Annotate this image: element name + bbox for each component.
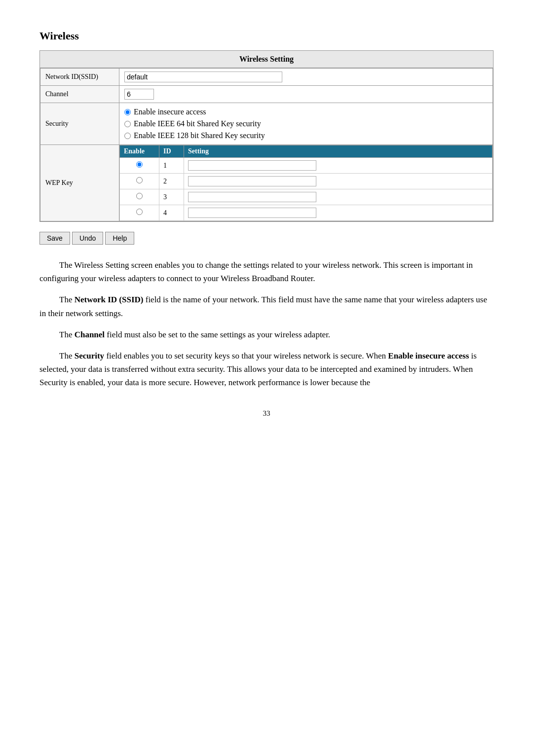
security-row: Security Enable insecure access Enable I… <box>40 103 493 145</box>
ssid-input[interactable] <box>124 72 282 82</box>
wep-id-3: 3 <box>159 189 184 205</box>
wep-setting-input-3[interactable] <box>188 192 316 202</box>
channel-value-cell <box>119 86 493 103</box>
channel-label: Channel <box>40 86 119 103</box>
wep-row: WEP Key Enable ID Setting <box>40 145 493 221</box>
wep-radio-1[interactable] <box>136 161 143 168</box>
wep-key-row-1: 1 <box>120 158 493 174</box>
wep-col-setting: Setting <box>184 145 493 158</box>
wep-radio-3[interactable] <box>136 193 143 199</box>
button-row: Save Undo Help <box>39 232 494 245</box>
wep-value-cell: Enable ID Setting 1 <box>119 145 493 221</box>
desc-p4-mid: field enables you to set security keys s… <box>104 351 388 360</box>
wep-key-row-4: 4 <box>120 205 493 221</box>
wep-setting-2 <box>184 174 493 189</box>
wep-label: WEP Key <box>40 145 119 221</box>
save-button[interactable]: Save <box>39 232 70 245</box>
security-option-2: Enable IEEE 64 bit Shared Key security <box>124 118 488 130</box>
ssid-value-cell <box>119 69 493 86</box>
wep-id-2: 2 <box>159 174 184 189</box>
wep-enable-3 <box>120 189 159 205</box>
wep-id-4: 4 <box>159 205 184 221</box>
security-option-3-label: Enable IEEE 128 bit Shared Key security <box>134 131 265 140</box>
security-radio-1[interactable] <box>124 109 131 115</box>
wep-header-row: Enable ID Setting <box>120 145 493 158</box>
desc-para-1: The Wireless Setting screen enables you … <box>39 258 494 285</box>
wep-enable-1 <box>120 158 159 174</box>
desc-para-4: The Security field enables you to set se… <box>39 349 494 390</box>
ssid-label: Network ID(SSID) <box>40 69 119 86</box>
security-radio-2[interactable] <box>124 121 131 127</box>
wep-setting-1 <box>184 158 493 174</box>
page-title: Wireless <box>39 30 494 42</box>
desc-p3-prefix: The <box>59 330 75 339</box>
security-label: Security <box>40 103 119 145</box>
wep-key-row-2: 2 <box>120 174 493 189</box>
desc-p2-bold: Network ID (SSID) <box>75 295 144 304</box>
wep-setting-4 <box>184 205 493 221</box>
security-options-cell: Enable insecure access Enable IEEE 64 bi… <box>119 103 493 145</box>
wep-enable-2 <box>120 174 159 189</box>
security-option-3: Enable IEEE 128 bit Shared Key security <box>124 130 488 142</box>
desc-p4-bold1: Security <box>75 351 104 360</box>
desc-para-2: The Network ID (SSID) field is the name … <box>39 293 494 320</box>
wep-id-1: 1 <box>159 158 184 174</box>
table-header: Wireless Setting <box>40 51 493 68</box>
security-option-1-label: Enable insecure access <box>134 108 206 116</box>
desc-p2-prefix: The <box>59 295 75 304</box>
wep-radio-4[interactable] <box>136 209 143 215</box>
description-block: The Wireless Setting screen enables you … <box>39 258 494 390</box>
desc-p3-suffix: field must also be set to the same setti… <box>105 330 330 339</box>
desc-p4-prefix: The <box>59 351 75 360</box>
settings-table: Network ID(SSID) Channel Security Enabl <box>40 68 493 221</box>
wep-col-enable: Enable <box>120 145 159 158</box>
help-button[interactable]: Help <box>105 232 134 245</box>
wep-setting-input-1[interactable] <box>188 160 316 171</box>
wireless-setting-panel: Wireless Setting Network ID(SSID) Channe… <box>39 50 494 222</box>
wep-setting-3 <box>184 189 493 205</box>
wep-enable-4 <box>120 205 159 221</box>
undo-button[interactable]: Undo <box>72 232 103 245</box>
wep-radio-2[interactable] <box>136 177 143 183</box>
desc-para-3: The Channel field must also be set to th… <box>39 328 494 341</box>
page-number: 33 <box>39 409 494 418</box>
security-radio-3[interactable] <box>124 133 131 139</box>
wep-key-row-3: 3 <box>120 189 493 205</box>
wep-col-id: ID <box>159 145 184 158</box>
desc-p4-bold2: Enable insecure access <box>388 351 469 360</box>
ssid-row: Network ID(SSID) <box>40 69 493 86</box>
wep-setting-input-2[interactable] <box>188 176 316 186</box>
channel-input[interactable] <box>124 89 154 100</box>
wep-setting-input-4[interactable] <box>188 208 316 218</box>
desc-p3-bold: Channel <box>75 330 105 339</box>
wep-table: Enable ID Setting 1 <box>119 145 493 221</box>
channel-row: Channel <box>40 86 493 103</box>
security-option-2-label: Enable IEEE 64 bit Shared Key security <box>134 119 261 128</box>
security-option-1: Enable insecure access <box>124 106 488 118</box>
